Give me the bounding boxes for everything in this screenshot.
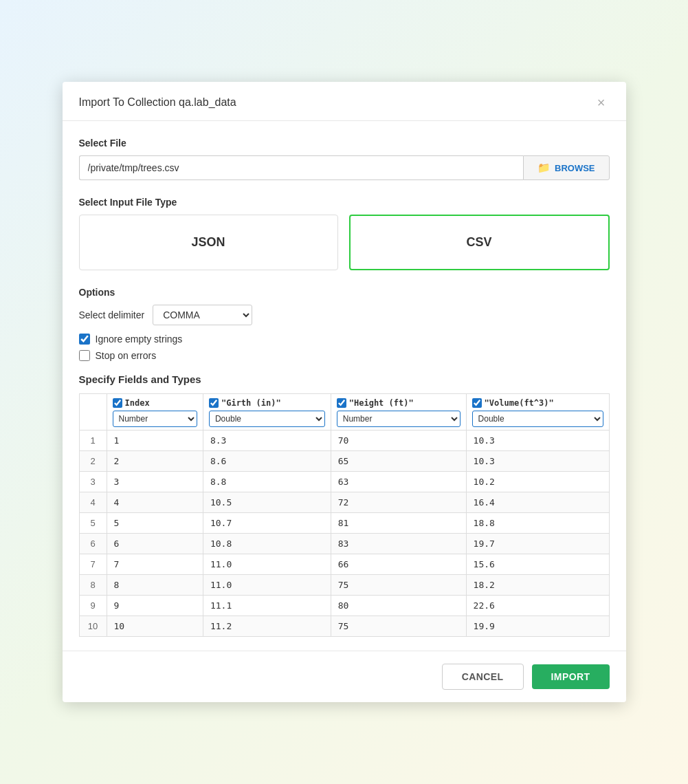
data-cell: 16.4 [466, 492, 609, 513]
col-volume-name: "Volume(ft^3)" [485, 398, 554, 408]
data-cell: 11.0 [203, 554, 331, 575]
data-cell: 9 [107, 596, 203, 616]
ignore-empty-row: Ignore empty strings [79, 334, 610, 345]
import-button[interactable]: IMPORT [532, 664, 610, 689]
data-cell: 70 [331, 431, 466, 451]
col-volume-checkbox[interactable] [472, 398, 482, 408]
ignore-empty-checkbox[interactable] [79, 334, 90, 345]
browse-label: BROWSE [555, 163, 595, 173]
data-cell: 3 [107, 472, 203, 492]
data-cell: 65 [331, 451, 466, 472]
table-row: 228.66510.3 [79, 451, 609, 472]
close-button[interactable]: × [593, 94, 610, 111]
row-number: 7 [79, 554, 107, 575]
col-header-volume: "Volume(ft^3)" NumberDoubleStringBoolean [466, 394, 609, 431]
data-cell: 10.2 [466, 472, 609, 492]
data-cell: 10.3 [466, 451, 609, 472]
col-height-checkbox[interactable] [337, 398, 346, 408]
col-girth-type-select[interactable]: NumberDoubleStringBoolean [209, 411, 325, 427]
col-header-height: "Height (ft)" NumberDoubleStringBoolean [331, 394, 466, 431]
data-cell: 11.2 [203, 616, 331, 637]
row-number: 3 [79, 472, 107, 492]
data-cell: 2 [107, 451, 203, 472]
data-cell: 5 [107, 513, 203, 534]
options-section: Options Select delimiter COMMA SEMICOLON… [79, 287, 610, 361]
data-cell: 18.2 [466, 575, 609, 596]
col-header-girth: "Girth (in)" NumberDoubleStringBoolean [203, 394, 331, 431]
data-cell: 8.6 [203, 451, 331, 472]
data-cell: 8.8 [203, 472, 331, 492]
stop-errors-label: Stop on errors [96, 350, 157, 361]
table-row: 6610.88319.7 [79, 534, 609, 554]
file-row: 📁 BROWSE [79, 155, 610, 180]
csv-type-button[interactable]: CSV [349, 215, 610, 270]
data-cell: 10 [107, 616, 203, 637]
data-cell: 7 [107, 554, 203, 575]
dialog-header: Import To Collection qa.lab_data × [63, 82, 626, 121]
col-girth-checkbox[interactable] [209, 398, 219, 408]
stop-errors-checkbox[interactable] [79, 350, 90, 361]
table-row: 338.86310.2 [79, 472, 609, 492]
data-cell: 22.6 [466, 596, 609, 616]
col-height-name: "Height (ft)" [349, 398, 414, 408]
col-girth-name: "Girth (in)" [221, 398, 281, 408]
cancel-button[interactable]: CANCEL [442, 664, 524, 690]
options-label: Options [79, 287, 610, 298]
row-number: 2 [79, 451, 107, 472]
delimiter-row: Select delimiter COMMA SEMICOLON TAB SPA… [79, 305, 610, 325]
dialog-title: Import To Collection qa.lab_data [79, 96, 236, 109]
data-cell: 63 [331, 472, 466, 492]
fields-title: Specify Fields and Types [79, 373, 610, 385]
table-row: 101011.27519.9 [79, 616, 609, 637]
file-type-label: Select Input File Type [79, 197, 610, 208]
col-index-checkbox[interactable] [113, 398, 122, 408]
data-cell: 83 [331, 534, 466, 554]
file-section-label: Select File [79, 138, 610, 149]
data-cell: 10.7 [203, 513, 331, 534]
col-index-type-select[interactable]: NumberDoubleStringBoolean [113, 411, 197, 427]
data-cell: 10.5 [203, 492, 331, 513]
delimiter-label: Select delimiter [79, 309, 145, 320]
data-cell: 18.8 [466, 513, 609, 534]
table-row: 8811.07518.2 [79, 575, 609, 596]
row-number: 5 [79, 513, 107, 534]
row-number: 4 [79, 492, 107, 513]
table-row: 7711.06615.6 [79, 554, 609, 575]
file-type-row: JSON CSV [79, 215, 610, 270]
fields-table: Index NumberDoubleStringBoolean [79, 393, 610, 637]
json-type-button[interactable]: JSON [79, 215, 338, 270]
row-number: 8 [79, 575, 107, 596]
col-height-type-select[interactable]: NumberDoubleStringBoolean [337, 411, 460, 427]
dialog-footer: CANCEL IMPORT [63, 651, 626, 702]
data-cell: 15.6 [466, 554, 609, 575]
browse-icon: 📁 [537, 162, 551, 174]
data-cell: 72 [331, 492, 466, 513]
data-cell: 75 [331, 616, 466, 637]
data-cell: 1 [107, 431, 203, 451]
file-path-input[interactable] [79, 155, 524, 180]
data-cell: 10.3 [466, 431, 609, 451]
row-number: 6 [79, 534, 107, 554]
stop-on-errors-row: Stop on errors [79, 350, 610, 361]
table-row: 118.37010.3 [79, 431, 609, 451]
table-row: 4410.57216.4 [79, 492, 609, 513]
dialog-body: Select File 📁 BROWSE Select Input File T… [63, 121, 626, 644]
row-number: 10 [79, 616, 107, 637]
data-cell: 19.7 [466, 534, 609, 554]
data-cell: 19.9 [466, 616, 609, 637]
table-row: 9911.18022.6 [79, 596, 609, 616]
col-index-name: Index [125, 398, 150, 408]
data-cell: 66 [331, 554, 466, 575]
ignore-empty-label: Ignore empty strings [96, 334, 183, 345]
delimiter-select[interactable]: COMMA SEMICOLON TAB SPACE [153, 305, 252, 325]
data-cell: 80 [331, 596, 466, 616]
data-cell: 10.8 [203, 534, 331, 554]
browse-button[interactable]: 📁 BROWSE [523, 155, 610, 180]
row-number: 9 [79, 596, 107, 616]
import-dialog: Import To Collection qa.lab_data × Selec… [63, 82, 626, 702]
data-cell: 6 [107, 534, 203, 554]
data-cell: 11.0 [203, 575, 331, 596]
col-volume-type-select[interactable]: NumberDoubleStringBoolean [472, 411, 603, 427]
data-cell: 75 [331, 575, 466, 596]
row-num-header [79, 394, 107, 431]
